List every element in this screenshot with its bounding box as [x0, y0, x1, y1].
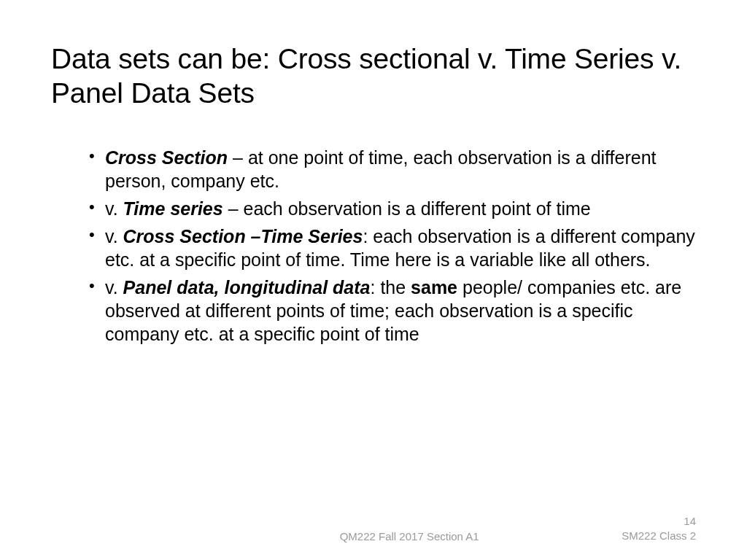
bullet-prefix: v. [105, 277, 123, 298]
bullet-lead: Cross Section –Time Series [123, 226, 363, 246]
slide: Data sets can be: Cross sectional v. Tim… [0, 0, 747, 346]
list-item: v. Panel data, longitudinal data: the sa… [89, 276, 696, 346]
bullet-lead: Time series [123, 198, 223, 219]
footer-right-label: SM222 Class 2 [622, 529, 696, 543]
bullet-text: each observation is a different point of… [243, 198, 590, 219]
slide-title: Data sets can be: Cross sectional v. Tim… [51, 42, 696, 111]
bullet-lead: Cross Section [105, 147, 228, 168]
bullet-sep: : [363, 226, 373, 246]
footer-left: QM222 Fall 2017 Section A1 [51, 530, 622, 542]
list-item: v. Time series – each observation is a d… [89, 197, 696, 220]
footer-right: 14 SM222 Class 2 [622, 514, 696, 542]
bullet-sep: : the [370, 277, 411, 298]
bullet-sep: – [228, 147, 248, 168]
bullet-prefix: v. [105, 226, 123, 246]
list-item: Cross Section – at one point of time, ea… [89, 146, 696, 192]
list-item: v. Cross Section –Time Series: each obse… [89, 225, 696, 271]
bullet-lead: Panel data, longitudinal data [123, 277, 371, 298]
page-number: 14 [622, 514, 696, 529]
bullet-prefix: v. [105, 198, 123, 219]
bullet-sep: – [223, 198, 244, 219]
slide-footer: QM222 Fall 2017 Section A1 14 SM222 Clas… [0, 514, 747, 542]
bullet-list: Cross Section – at one point of time, ea… [51, 146, 696, 346]
bullet-mid-bold: same [411, 277, 457, 298]
